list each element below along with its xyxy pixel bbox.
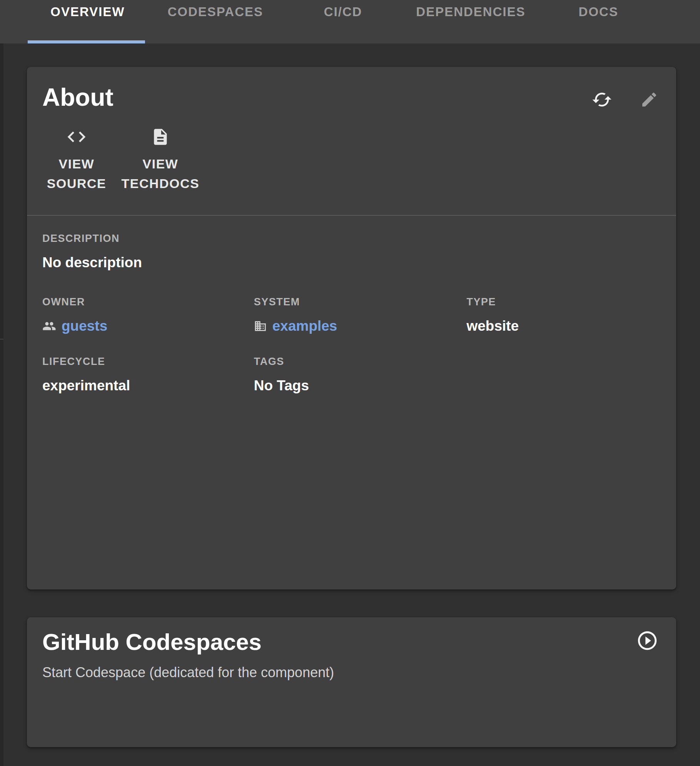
lifecycle-label: LIFECYCLE (42, 356, 254, 368)
codespaces-card: GitHub Codespaces Start Codespace (dedic… (27, 617, 676, 747)
edit-entity-button[interactable] (640, 90, 658, 109)
type-label: TYPE (467, 296, 661, 308)
edit-icon (640, 90, 658, 109)
tab-ci-cd[interactable]: CI/CD (279, 0, 407, 24)
view-techdocs-label: VIEW TECHDOCS (118, 154, 202, 193)
codespaces-card-header: GitHub Codespaces Start Codespace (dedic… (27, 617, 676, 681)
about-fields: DESCRIPTION No description OWNER guests … (27, 216, 676, 394)
tab-docs[interactable]: DOCS (535, 0, 662, 24)
about-card: About VIEW SOURCE VIEW T (27, 67, 676, 589)
field-type: TYPE website (467, 296, 661, 334)
play-circle-icon (636, 629, 658, 652)
field-owner: OWNER guests (42, 296, 254, 334)
system-icon (254, 320, 267, 333)
view-source-button[interactable]: VIEW SOURCE (35, 120, 118, 197)
owner-link[interactable]: guests (62, 318, 107, 334)
field-description: DESCRIPTION No description (42, 233, 661, 271)
tags-label: TAGS (254, 356, 467, 368)
refresh-entity-button[interactable] (592, 89, 612, 110)
codespaces-title: GitHub Codespaces (42, 629, 661, 655)
group-icon (42, 319, 56, 333)
about-links-row: VIEW SOURCE VIEW TECHDOCS (27, 110, 676, 197)
tab-codespaces[interactable]: CODESPACES (152, 0, 279, 24)
field-lifecycle: LIFECYCLE experimental (42, 356, 254, 394)
system-link[interactable]: examples (272, 318, 337, 334)
refresh-icon (592, 89, 612, 110)
about-card-actions (592, 89, 658, 110)
field-tags: TAGS No Tags (254, 356, 467, 394)
field-system: SYSTEM examples (254, 296, 467, 334)
description-value: No description (42, 255, 661, 271)
code-icon (66, 126, 87, 148)
type-value: website (467, 318, 661, 334)
left-gutter (0, 43, 3, 766)
lifecycle-value: experimental (42, 378, 254, 394)
system-label: SYSTEM (254, 296, 467, 308)
view-techdocs-button[interactable]: VIEW TECHDOCS (118, 120, 202, 197)
owner-label: OWNER (42, 296, 254, 308)
techdocs-icon (151, 126, 170, 148)
start-codespace-button[interactable] (636, 629, 658, 652)
tab-dependencies[interactable]: DEPENDENCIES (407, 0, 535, 24)
codespaces-subtitle: Start Codespace (dedicated for the compo… (42, 664, 661, 681)
description-label: DESCRIPTION (42, 233, 661, 245)
about-card-header: About (27, 67, 676, 110)
tabs-list: OVERVIEW CODESPACES CI/CD DEPENDENCIES D… (0, 0, 700, 43)
about-fields-grid: OWNER guests SYSTEM examples (42, 296, 661, 394)
view-source-label: VIEW SOURCE (35, 154, 118, 193)
active-tab-indicator (28, 40, 145, 43)
entity-tab-bar: OVERVIEW CODESPACES CI/CD DEPENDENCIES D… (0, 0, 700, 43)
gutter-divider (0, 339, 3, 340)
tags-value: No Tags (254, 378, 467, 394)
about-title: About (42, 85, 661, 110)
tab-overview[interactable]: OVERVIEW (24, 0, 152, 24)
